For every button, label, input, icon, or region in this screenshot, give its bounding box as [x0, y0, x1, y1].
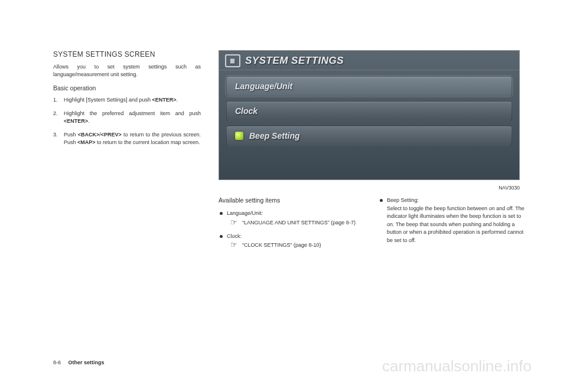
cross-reference: “LANGUAGE AND UNIT SETTINGS” (page 8-7)	[242, 219, 364, 227]
indicator-light-icon	[235, 132, 243, 140]
menu-item-beep-setting[interactable]: Beep Setting	[226, 126, 512, 146]
menu-item-label: Clock	[235, 106, 258, 116]
steps-list: Highlight [System Settings] and push <EN…	[53, 96, 201, 146]
available-items-list: Language/Unit: ☞ “LANGUAGE AND UNIT SETT…	[219, 210, 364, 249]
section-heading: SYSTEM SETTINGS SCREEN	[53, 50, 201, 58]
enter-key: <ENTER>	[152, 97, 177, 103]
step-3-text-a: Push	[64, 132, 78, 138]
system-settings-screenshot: ≣ SYSTEM SETTINGS Language/Unit Clock Be…	[219, 50, 520, 180]
basic-operation-heading: Basic operation	[53, 84, 201, 92]
step-1-text-c: .	[177, 97, 178, 103]
step-3-text-g: to return to the current location map sc…	[96, 139, 200, 145]
figure-id: NAV3030	[498, 185, 520, 191]
item-label: Beep Setting:	[387, 197, 419, 203]
beep-description: Select to toggle the beep function betwe…	[387, 205, 524, 243]
available-items-list-right: Beep Setting: Select to toggle the beep …	[379, 197, 524, 244]
settings-sliders-icon: ≣	[225, 54, 240, 67]
prev-key: <PREV>	[101, 132, 122, 138]
intro-text: Allows you to set system settings such a…	[53, 63, 201, 79]
available-item-beep: Beep Setting: Select to toggle the beep …	[379, 197, 524, 244]
step-2-text-a: Highlight the preferred adjustment item …	[64, 110, 201, 116]
step-2-text-c: .	[88, 118, 90, 124]
page-number: 8-6	[53, 360, 61, 365]
page-footer: 8-6 Other settings	[53, 360, 105, 365]
available-item-clock: Clock: ☞ “CLOCK SETTINGS” (page 8-10)	[219, 233, 364, 250]
screenshot-menu: Language/Unit Clock Beep Setting	[219, 70, 519, 146]
step-3: Push <BACK>/<PREV> to return to the prev…	[53, 131, 201, 146]
menu-item-label: Language/Unit	[235, 81, 292, 91]
back-key: <BACK>	[78, 132, 100, 138]
enter-key: <ENTER>	[64, 118, 88, 124]
item-label: Clock:	[227, 233, 242, 239]
available-item-language: Language/Unit: ☞ “LANGUAGE AND UNIT SETT…	[219, 210, 364, 227]
section-name: Other settings	[69, 360, 105, 365]
available-items-heading: Available setting items	[219, 197, 364, 204]
pointing-hand-icon: ☞	[230, 218, 237, 226]
screenshot-title: SYSTEM SETTINGS	[245, 55, 344, 67]
screenshot-header: ≣ SYSTEM SETTINGS	[219, 51, 519, 70]
step-1: Highlight [System Settings] and push <EN…	[53, 96, 201, 104]
menu-item-clock[interactable]: Clock	[226, 101, 512, 121]
map-key: <MAP>	[77, 139, 96, 145]
pointing-hand-icon: ☞	[230, 241, 237, 249]
cross-reference: “CLOCK SETTINGS” (page 8-10)	[242, 241, 364, 249]
step-1-text-a: Highlight [System Settings] and push	[64, 97, 152, 103]
item-label: Language/Unit:	[227, 210, 263, 216]
step-2: Highlight the preferred adjustment item …	[53, 110, 201, 125]
menu-item-language-unit[interactable]: Language/Unit	[226, 76, 512, 96]
menu-item-label: Beep Setting	[249, 131, 300, 141]
